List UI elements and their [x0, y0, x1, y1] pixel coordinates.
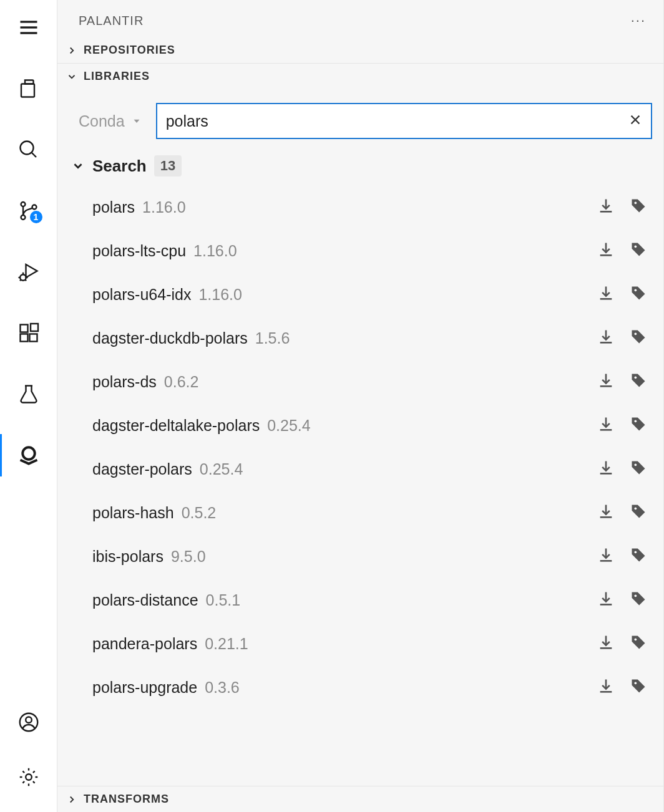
package-version: 1.5.6 — [255, 329, 290, 347]
tag-icon[interactable] — [630, 503, 647, 523]
svg-point-19 — [22, 447, 35, 460]
tag-icon[interactable] — [630, 546, 647, 566]
chevron-down-icon — [71, 159, 85, 173]
package-actions — [597, 241, 647, 261]
package-version: 1.16.0 — [193, 242, 237, 260]
library-search-input[interactable] — [156, 103, 652, 139]
section-transforms[interactable]: TRANSFORMS — [57, 786, 663, 812]
package-name: dagster-deltalake-polars — [92, 417, 260, 435]
package-name: pandera-polars — [92, 635, 197, 653]
svg-point-37 — [634, 682, 637, 684]
package-actions — [597, 372, 647, 392]
download-icon[interactable] — [597, 372, 615, 392]
package-row[interactable]: polars-u64-idx1.16.0 — [57, 273, 663, 316]
svg-point-22 — [26, 774, 32, 780]
package-version: 0.25.4 — [267, 417, 311, 435]
svg-rect-15 — [20, 325, 27, 332]
search-row: Conda — [57, 89, 663, 150]
package-name: ibis-polars — [92, 548, 164, 566]
tag-icon[interactable] — [630, 197, 647, 217]
package-row[interactable]: polars-ds0.6.2 — [57, 360, 663, 404]
svg-line-4 — [31, 153, 36, 158]
activity-bottom-group — [0, 705, 57, 812]
package-name: polars-upgrade — [92, 679, 197, 697]
package-actions — [597, 459, 647, 479]
run-debug-icon[interactable] — [0, 254, 57, 289]
clear-search-button[interactable] — [625, 109, 646, 133]
package-actions — [597, 546, 647, 566]
settings-gear-icon[interactable] — [0, 760, 57, 795]
package-row[interactable]: polars-distance0.5.1 — [57, 578, 663, 622]
svg-point-32 — [634, 463, 637, 466]
svg-rect-18 — [31, 324, 38, 331]
search-icon[interactable] — [0, 132, 57, 167]
tag-icon[interactable] — [630, 372, 647, 392]
package-version: 1.16.0 — [198, 286, 242, 304]
package-actions — [597, 503, 647, 523]
tag-icon[interactable] — [630, 328, 647, 348]
tag-icon[interactable] — [630, 677, 647, 697]
package-row[interactable]: polars1.16.0 — [57, 185, 663, 229]
accounts-icon[interactable] — [0, 705, 57, 740]
svg-point-31 — [634, 420, 637, 422]
tag-icon[interactable] — [630, 284, 647, 304]
package-row[interactable]: polars-hash0.5.2 — [57, 491, 663, 534]
libraries-body: Conda Search 13 polars1.16.0polars-lts-c… — [57, 89, 663, 786]
package-row[interactable]: polars-lts-cpu1.16.0 — [57, 229, 663, 273]
extensions-icon[interactable] — [0, 316, 57, 350]
download-icon[interactable] — [597, 503, 615, 523]
svg-point-6 — [21, 215, 25, 220]
svg-point-33 — [634, 507, 637, 510]
search-input-wrap — [156, 103, 652, 139]
source-selector[interactable]: Conda — [79, 112, 142, 130]
testing-icon[interactable] — [0, 377, 57, 412]
package-row[interactable]: dagster-polars0.25.4 — [57, 447, 663, 491]
section-libraries[interactable]: LIBRARIES — [57, 63, 663, 89]
download-icon[interactable] — [597, 241, 615, 261]
package-row[interactable]: pandera-polars0.21.1 — [57, 622, 663, 665]
tag-icon[interactable] — [630, 459, 647, 479]
results-header[interactable]: Search 13 — [57, 150, 663, 185]
download-icon[interactable] — [597, 284, 615, 304]
svg-point-36 — [634, 638, 637, 640]
package-row[interactable]: dagster-duckdb-polars1.5.6 — [57, 316, 663, 360]
svg-point-35 — [634, 594, 637, 597]
svg-point-21 — [26, 717, 32, 723]
menu-icon[interactable] — [0, 10, 57, 45]
section-transforms-label: TRANSFORMS — [84, 793, 169, 806]
explorer-icon[interactable] — [0, 71, 57, 106]
package-version: 0.5.2 — [182, 504, 217, 522]
source-control-icon[interactable]: 1 — [0, 193, 57, 228]
svg-line-13 — [19, 279, 21, 281]
svg-point-3 — [20, 142, 33, 155]
section-repositories[interactable]: REPOSITORIES — [57, 37, 663, 63]
download-icon[interactable] — [597, 415, 615, 435]
package-row[interactable]: ibis-polars9.5.0 — [57, 534, 663, 578]
download-icon[interactable] — [597, 546, 615, 566]
download-icon[interactable] — [597, 459, 615, 479]
download-icon[interactable] — [597, 328, 615, 348]
download-icon[interactable] — [597, 590, 615, 610]
palantir-icon[interactable] — [0, 438, 57, 473]
package-name: polars-u64-idx — [92, 286, 191, 304]
package-row[interactable]: dagster-deltalake-polars0.25.4 — [57, 404, 663, 447]
svg-point-7 — [32, 205, 36, 210]
tag-icon[interactable] — [630, 241, 647, 261]
panel-more-icon[interactable]: ··· — [626, 10, 651, 31]
svg-point-5 — [21, 202, 25, 206]
svg-point-29 — [634, 332, 637, 335]
svg-rect-16 — [20, 334, 27, 342]
activity-bar: 1 — [0, 0, 57, 812]
download-icon[interactable] — [597, 677, 615, 697]
package-row[interactable]: polars-upgrade0.3.6 — [57, 665, 663, 709]
package-actions — [597, 284, 647, 304]
tag-icon[interactable] — [630, 590, 647, 610]
package-name: polars — [92, 198, 135, 216]
tag-icon[interactable] — [630, 634, 647, 654]
download-icon[interactable] — [597, 197, 615, 217]
tag-icon[interactable] — [630, 415, 647, 435]
close-icon — [628, 113, 642, 127]
app-root: 1 PALANTIR ·· — [0, 0, 664, 812]
caret-down-icon — [131, 115, 142, 127]
download-icon[interactable] — [597, 634, 615, 654]
